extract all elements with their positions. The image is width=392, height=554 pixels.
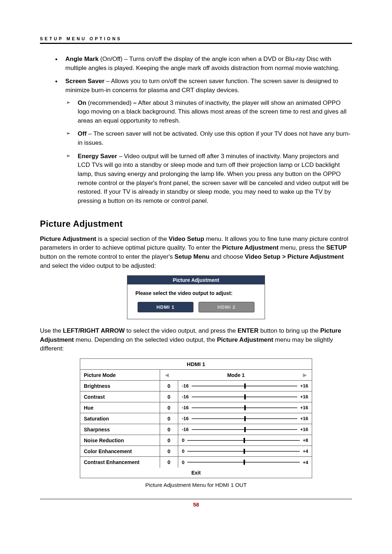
slider[interactable]: -16+16 <box>178 381 312 391</box>
text: button to bring up the <box>258 327 320 334</box>
slider-min: -16 <box>182 416 189 421</box>
row-value: 0 <box>160 424 178 435</box>
slider-track[interactable] <box>192 397 297 397</box>
slider-track[interactable] <box>192 386 297 386</box>
slider-track[interactable] <box>192 429 297 430</box>
sub-item-on: On (recommended) – After about 3 minutes… <box>78 99 352 126</box>
slider-thumb[interactable] <box>244 405 246 410</box>
slider[interactable]: -16+16 <box>178 424 312 435</box>
label: Screen Saver <box>65 78 105 85</box>
text: (On/Off) – Turns on/off the display of t… <box>65 56 340 71</box>
label: Off <box>78 130 87 137</box>
exit-button[interactable]: Exit <box>80 468 312 478</box>
use-arrows-paragraph: Use the LEFT/RIGHT ARROW to select the v… <box>40 327 352 353</box>
table-row: Contrast0-16+16 <box>80 391 312 402</box>
slider-thumb[interactable] <box>244 438 245 443</box>
slider[interactable]: -16+16 <box>178 413 312 424</box>
sub-list: On (recommended) – After about 3 minutes… <box>65 99 352 206</box>
dialog-title: Picture Adjustment <box>127 276 265 284</box>
bullet-list: Angle Mark (On/Off) – Turns on/off the d… <box>40 55 352 206</box>
slider[interactable]: 0+4 <box>178 446 312 456</box>
slider-thumb[interactable] <box>244 383 246 389</box>
picture-mode-row: Picture Mode ◀ Mode 1 ▶ <box>80 370 312 381</box>
row-label: Contrast Enhancement <box>80 457 160 468</box>
text: – Allows you to turn on/off the screen s… <box>65 78 338 94</box>
hdmi2-button[interactable]: HDMI 2 <box>199 302 254 312</box>
table-caption: Picture Adjustment Menu for HDMI 1 OUT <box>40 482 352 488</box>
slider-thumb[interactable] <box>244 394 246 399</box>
row-label: Contrast <box>80 391 160 402</box>
page-number: 58 <box>40 501 352 508</box>
slider[interactable]: 0+8 <box>178 435 312 446</box>
slider-max: +16 <box>300 405 308 410</box>
sub-item-off: Off – The screen saver will not be activ… <box>78 130 352 147</box>
table-row: Hue0-16+16 <box>80 402 312 413</box>
text: Picture Adjustment <box>40 235 96 242</box>
text: menu. Depending on the selected video ou… <box>74 336 217 343</box>
table-row: Noise Reduction00+8 <box>80 435 312 446</box>
picture-mode-selector[interactable]: ◀ Mode 1 ▶ <box>160 370 312 380</box>
slider-track[interactable] <box>192 407 297 408</box>
text: – The screen saver will not be activated… <box>78 130 351 146</box>
slider-thumb[interactable] <box>244 449 245 454</box>
slider-max: +16 <box>300 427 308 432</box>
text: button on the remote control to enter th… <box>40 253 175 260</box>
text: (recommended) <box>86 99 133 106</box>
slider-track[interactable] <box>187 462 300 463</box>
slider-thumb[interactable] <box>244 460 245 465</box>
section-header: SETUP MENU OPTIONS <box>40 36 352 41</box>
slider-track[interactable] <box>192 418 297 419</box>
dialog-body: Please select the video output to adjust… <box>127 284 265 319</box>
header-rule <box>40 43 352 44</box>
right-arrow-icon[interactable]: ▶ <box>303 372 307 378</box>
row-label: Hue <box>80 402 160 413</box>
hdmi1-button[interactable]: HDMI 1 <box>138 302 193 312</box>
dash: – <box>133 99 136 106</box>
text: to select the video output, and press th… <box>125 327 238 334</box>
slider[interactable]: -16+16 <box>178 391 312 402</box>
intro-paragraph: Picture Adjustment is a special section … <box>40 235 352 271</box>
table-row: Brightness0-16+16 <box>80 381 312 391</box>
slider-max: +16 <box>300 394 308 399</box>
row-value: 0 <box>160 402 178 413</box>
row-label: Noise Reduction <box>80 435 160 446</box>
dialog-prompt: Please select the video output to adjust… <box>134 290 258 296</box>
row-label: Saturation <box>80 413 160 424</box>
dialog-output-select: Picture Adjustment Please select the vid… <box>127 275 265 319</box>
text: and select the video output to be adjust… <box>40 262 156 269</box>
row-value: 0 <box>160 413 178 424</box>
row-value: 0 <box>160 457 178 468</box>
row-label: Sharpness <box>80 424 160 435</box>
text: SETUP <box>326 244 347 251</box>
text: and choose <box>209 253 245 260</box>
heading-picture-adjustment: Picture Adjustment <box>40 219 352 229</box>
left-arrow-icon[interactable]: ◀ <box>165 372 169 378</box>
text: Video Setup > Picture Adjustment <box>245 253 344 260</box>
slider-min: 0 <box>182 438 184 443</box>
slider-thumb[interactable] <box>244 416 246 421</box>
row-value: 0 <box>160 391 178 402</box>
text: ENTER <box>238 327 259 334</box>
slider-min: 0 <box>182 448 184 454</box>
slider-track[interactable] <box>187 451 300 452</box>
row-label: Brightness <box>80 381 160 391</box>
label: Angle Mark <box>65 56 99 62</box>
slider-min: -16 <box>182 394 189 399</box>
row-value: 0 <box>160 446 178 456</box>
table-title: HDMI 1 <box>80 359 312 370</box>
slider-thumb[interactable] <box>244 427 246 432</box>
slider[interactable]: -16+16 <box>178 402 312 413</box>
table-row: Saturation0-16+16 <box>80 413 312 424</box>
hdmi1-adjustment-table: HDMI 1 Picture Mode ◀ Mode 1 ▶ Brightnes… <box>80 358 312 478</box>
text: menu, press the <box>278 244 326 251</box>
row-label: Color Enhancement <box>80 446 160 456</box>
slider[interactable]: 0+4 <box>178 457 312 468</box>
text: is a special section of the <box>96 235 168 242</box>
label: Energy Saver <box>78 153 117 160</box>
table-row: Sharpness0-16+16 <box>80 424 312 435</box>
text: Picture Adjustment <box>217 336 273 343</box>
dialog-buttons: HDMI 1 HDMI 2 <box>134 302 258 312</box>
slider-track[interactable] <box>187 440 300 441</box>
text: Picture Adjustment <box>222 244 278 251</box>
picture-mode-label: Picture Mode <box>80 370 160 380</box>
